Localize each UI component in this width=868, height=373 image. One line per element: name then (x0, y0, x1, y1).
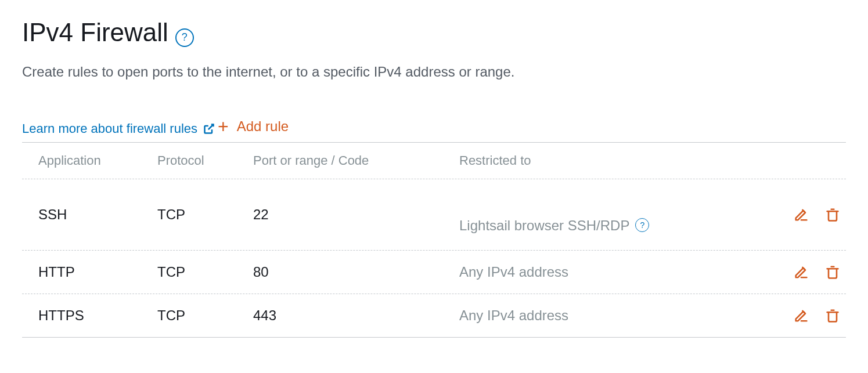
cell-application: HTTPS (38, 307, 157, 324)
add-rule-button[interactable]: + Add rule (218, 117, 289, 136)
trash-icon[interactable] (824, 307, 841, 324)
column-application: Application (38, 153, 157, 168)
cell-application: HTTP (38, 264, 157, 280)
table-row: HTTP TCP 80 Any IPv4 address (22, 251, 846, 294)
cell-port: 22 (253, 207, 459, 223)
restricted-label: Lightsail browser SSH/RDP (459, 218, 629, 234)
cell-restricted: Lightsail browser SSH/RDP ? (459, 195, 777, 234)
edit-icon[interactable] (793, 206, 810, 223)
learn-more-label: Learn more about firewall rules (22, 121, 197, 136)
help-icon[interactable]: ? (635, 218, 649, 232)
cell-port: 80 (253, 264, 459, 280)
cell-protocol: TCP (157, 207, 253, 223)
add-rule-label: Add rule (237, 118, 289, 135)
cell-protocol: TCP (157, 307, 253, 324)
cell-port: 443 (253, 307, 459, 324)
page-title: IPv4 Firewall (22, 19, 168, 46)
external-link-icon (203, 123, 215, 135)
edit-icon[interactable] (793, 307, 810, 324)
edit-icon[interactable] (793, 263, 810, 281)
cell-application: SSH (38, 207, 157, 223)
column-restricted: Restricted to (459, 153, 777, 168)
table-row: HTTPS TCP 443 Any IPv4 address (22, 294, 846, 338)
subtitle-text: Create rules to open ports to the intern… (22, 64, 846, 80)
cell-restricted: Any IPv4 address (459, 264, 777, 280)
plus-icon: + (218, 117, 229, 136)
trash-icon[interactable] (824, 263, 841, 281)
column-port: Port or range / Code (253, 153, 459, 168)
learn-more-link[interactable]: Learn more about firewall rules (22, 121, 215, 136)
cell-restricted: Any IPv4 address (459, 307, 777, 324)
help-icon[interactable]: ? (175, 28, 194, 47)
cell-protocol: TCP (157, 264, 253, 280)
table-row: SSH TCP 22 Lightsail browser SSH/RDP ? (22, 179, 846, 251)
table-header: Application Protocol Port or range / Cod… (22, 142, 846, 179)
trash-icon[interactable] (824, 206, 841, 223)
firewall-rules-table: Application Protocol Port or range / Cod… (22, 142, 846, 338)
column-protocol: Protocol (157, 153, 253, 168)
